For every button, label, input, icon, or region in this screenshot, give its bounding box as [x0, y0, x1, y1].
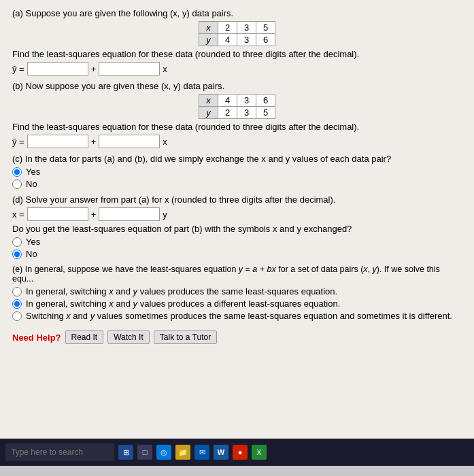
- table-b-xlabel: x: [199, 95, 218, 107]
- taskbar-icon-windows[interactable]: ⊞: [118, 445, 133, 460]
- part-e-options: In general, switching x and y values pro…: [12, 286, 462, 321]
- taskbar-icon-folder[interactable]: 📁: [175, 445, 190, 460]
- part-b-suffix: x: [163, 137, 167, 147]
- taskbar-icon-red[interactable]: ●: [233, 445, 248, 460]
- taskbar-icon-task-view[interactable]: □: [137, 445, 152, 460]
- taskbar-icon-mail[interactable]: ✉: [194, 445, 209, 460]
- part-b-eq-prefix: ŷ =: [12, 137, 24, 147]
- table-b-x3: 6: [256, 95, 275, 107]
- taskbar-icon-green[interactable]: X: [252, 445, 267, 460]
- part-e-label-3: Switching x and y values sometimes produ…: [26, 311, 452, 321]
- main-content: (a) Suppose you are given the following …: [0, 0, 474, 439]
- part-a-input1[interactable]: [27, 62, 88, 75]
- part-d-radio-yes[interactable]: [12, 237, 22, 247]
- table-b-y3: 5: [256, 107, 275, 119]
- read-it-button[interactable]: Read It: [65, 330, 104, 344]
- part-d-plus: +: [91, 209, 97, 220]
- part-c-label-yes: Yes: [26, 167, 40, 177]
- part-e-option-3[interactable]: Switching x and y values sometimes produ…: [12, 311, 462, 321]
- section-c: (c) In the data for parts (a) and (b), d…: [12, 154, 462, 189]
- part-b-plus: +: [91, 137, 97, 147]
- talk-to-tutor-button[interactable]: Talk to a Tutor: [154, 330, 217, 344]
- part-a-input2[interactable]: [99, 62, 160, 75]
- table-b-y1: 2: [218, 107, 237, 119]
- part-e-radio-1[interactable]: [12, 287, 22, 296]
- part-e-radio-2[interactable]: [12, 299, 22, 309]
- part-a-equation: ŷ = + x: [12, 62, 462, 75]
- part-d-option-no[interactable]: No: [12, 249, 462, 259]
- taskbar-search[interactable]: [5, 443, 114, 461]
- part-e-label-1: In general, switching x and y values pro…: [26, 286, 337, 296]
- table-a-ylabel: y: [199, 34, 218, 46]
- part-c-option-yes[interactable]: Yes: [12, 167, 462, 177]
- part-e-label: (e) In general, suppose we have the leas…: [12, 265, 462, 284]
- taskbar-icon-word[interactable]: W: [214, 445, 228, 460]
- part-d-radio-no[interactable]: [12, 250, 22, 259]
- part-a-plus: +: [91, 64, 97, 74]
- section-a: (a) Suppose you are given the following …: [12, 8, 462, 75]
- part-d-label-no: No: [26, 249, 37, 259]
- part-d-input2[interactable]: [99, 207, 160, 221]
- section-b: (b) Now suppose you are given these (x, …: [12, 81, 462, 148]
- table-a-y1: 4: [218, 34, 237, 46]
- table-a: x 2 3 5 y 4 3 6: [199, 21, 275, 46]
- part-d-option-yes[interactable]: Yes: [12, 237, 462, 247]
- section-e: (e) In general, suppose we have the leas…: [12, 265, 462, 321]
- table-b-x2: 3: [237, 95, 256, 107]
- table-b: x 4 3 6 y 2 3 5: [199, 94, 275, 119]
- need-help-label: Need Help?: [12, 333, 61, 343]
- part-a-label: (a) Suppose you are given the following …: [12, 8, 462, 18]
- part-b-input2[interactable]: [99, 135, 160, 148]
- part-e-option-2[interactable]: In general, switching x and y values pro…: [12, 299, 462, 309]
- part-d-label: (d) Solve your answer from part (a) for …: [12, 194, 462, 205]
- help-bar: Need Help? Read It Watch It Talk to a Tu…: [12, 328, 462, 344]
- part-b-equation: ŷ = + x: [12, 135, 462, 148]
- table-a-x3: 5: [256, 22, 275, 34]
- part-b-label: (b) Now suppose you are given these (x, …: [12, 81, 462, 91]
- part-c-option-no[interactable]: No: [12, 179, 462, 189]
- part-c-options: Yes No: [12, 167, 462, 189]
- part-c-radio-yes[interactable]: [12, 167, 22, 177]
- section-d: (d) Solve your answer from part (a) for …: [12, 194, 462, 259]
- part-e-option-1[interactable]: In general, switching x and y values pro…: [12, 286, 462, 296]
- part-d-input1[interactable]: [27, 207, 88, 221]
- part-d-label-yes: Yes: [26, 237, 40, 247]
- part-a-instruction: Find the least-squares equation for thes…: [12, 49, 462, 59]
- table-b-y2: 3: [237, 107, 256, 119]
- part-d-followup: Do you get the least-squares equation of…: [12, 224, 462, 234]
- part-c-label: (c) In the data for parts (a) and (b), d…: [12, 154, 462, 164]
- part-c-radio-no[interactable]: [12, 180, 22, 189]
- part-d-equation: x = + y: [12, 207, 462, 221]
- part-c-label-no: No: [26, 179, 37, 189]
- table-a-x1: 2: [218, 22, 237, 34]
- watch-it-button[interactable]: Watch It: [107, 330, 150, 344]
- part-e-label-2: In general, switching x and y values pro…: [26, 299, 340, 309]
- part-a-eq-prefix: ŷ =: [12, 64, 24, 74]
- table-a-y2: 3: [237, 34, 256, 46]
- table-a-xlabel: x: [199, 22, 218, 34]
- table-a-x2: 3: [237, 22, 256, 34]
- part-e-radio-3[interactable]: [12, 311, 22, 321]
- part-d-options: Yes No: [12, 237, 462, 259]
- part-d-eq-prefix: x =: [12, 209, 24, 220]
- taskbar: ⊞ □ ◎ 📁 ✉ W ● X: [0, 439, 474, 466]
- part-d-suffix: y: [163, 209, 167, 220]
- part-b-input1[interactable]: [27, 135, 88, 148]
- part-b-instruction: Find the least-squares equation for thes…: [12, 122, 462, 132]
- table-b-ylabel: y: [199, 107, 218, 119]
- table-b-x1: 4: [218, 95, 237, 107]
- part-a-suffix: x: [163, 64, 167, 74]
- table-a-y3: 6: [256, 34, 275, 46]
- taskbar-icon-browser[interactable]: ◎: [156, 445, 171, 460]
